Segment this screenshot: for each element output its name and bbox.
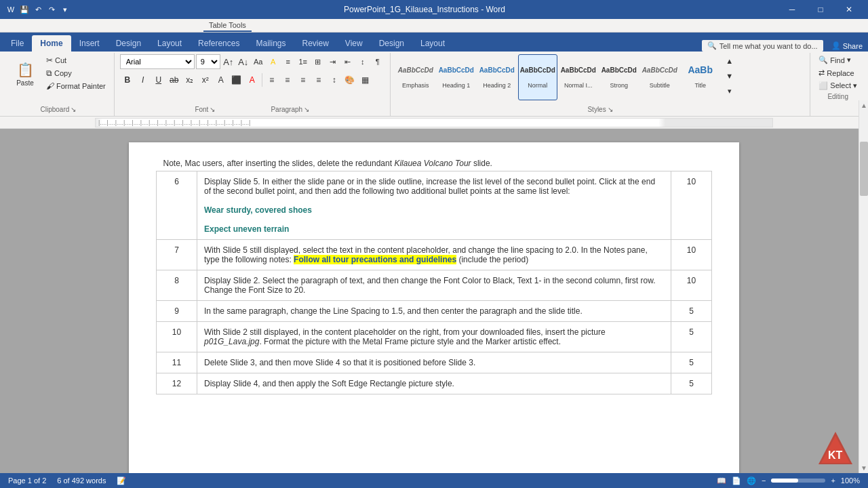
style-title[interactable]: AaBb Title bbox=[681, 54, 720, 100]
tab-design2[interactable]: Design bbox=[371, 35, 412, 52]
customize-icon[interactable]: ▾ bbox=[60, 4, 71, 15]
tab-view[interactable]: View bbox=[337, 35, 371, 52]
view-web-button[interactable]: 🌐 bbox=[747, 476, 756, 485]
para-expand-icon[interactable]: ↘ bbox=[304, 106, 309, 113]
zoom-slider[interactable] bbox=[771, 479, 825, 483]
copy-icon: ⧉ bbox=[46, 68, 52, 78]
style-heading1[interactable]: AaBbCcDd Heading 1 bbox=[437, 54, 476, 100]
underline-button[interactable]: U bbox=[151, 73, 166, 87]
strikethrough-button[interactable]: ab bbox=[167, 73, 182, 87]
table-row: 7 With Slide 5 still displayed, select t… bbox=[157, 240, 712, 270]
tab-references[interactable]: References bbox=[190, 35, 248, 52]
spelling-icon[interactable]: 📝 bbox=[117, 476, 126, 485]
tab-layout2[interactable]: Layout bbox=[412, 35, 453, 52]
undo-icon[interactable]: ↶ bbox=[33, 4, 43, 15]
multilevel-list-button[interactable]: ⊞ bbox=[311, 55, 325, 68]
style-subtitle-preview: AaBbCcDd bbox=[642, 58, 677, 82]
zoom-out-button[interactable]: − bbox=[762, 476, 766, 485]
zoom-in-button[interactable]: + bbox=[831, 476, 835, 485]
scrollbar-thumb[interactable] bbox=[860, 142, 868, 196]
superscript-button[interactable]: x² bbox=[198, 73, 213, 87]
shading-button[interactable]: 🎨 bbox=[342, 73, 357, 87]
tab-file[interactable]: File bbox=[3, 35, 32, 52]
tab-design[interactable]: Design bbox=[108, 35, 149, 52]
styles-scroll-up[interactable]: ▲ bbox=[723, 54, 736, 68]
show-para-button[interactable]: ¶ bbox=[371, 55, 384, 68]
view-print-button[interactable]: 📄 bbox=[732, 476, 741, 485]
styles-scroll-down[interactable]: ▼ bbox=[723, 69, 736, 83]
indent-increase-button[interactable]: ⇥ bbox=[326, 55, 340, 68]
format-painter-button[interactable]: 🖌 Format Painter bbox=[43, 80, 108, 92]
font-color-button[interactable]: A bbox=[245, 73, 260, 87]
font-shrink-button[interactable]: A↓ bbox=[237, 55, 250, 68]
tab-layout[interactable]: Layout bbox=[149, 35, 190, 52]
cut-icon: ✂ bbox=[46, 56, 53, 65]
style-normal-indent[interactable]: AaBbCcDd Normal I... bbox=[559, 54, 598, 100]
row-points-8: 10 bbox=[671, 270, 712, 301]
font-size-select[interactable]: 9 bbox=[196, 54, 220, 69]
text-highlight-button[interactable]: A bbox=[267, 55, 280, 68]
bullet-list-button[interactable]: ≡ bbox=[281, 55, 295, 68]
ribbon-tabs: File Home Insert Design Layout Reference… bbox=[0, 33, 868, 52]
styles-expand[interactable]: ▾ bbox=[723, 84, 736, 98]
save-icon[interactable]: 💾 bbox=[19, 4, 30, 15]
scroll-up-button[interactable]: ▲ bbox=[859, 100, 868, 110]
bold-button[interactable]: B bbox=[120, 73, 135, 87]
numbered-list-button[interactable]: 1≡ bbox=[296, 55, 310, 68]
style-subtitle[interactable]: AaBbCcDd Subtitle bbox=[640, 54, 679, 100]
justify-button[interactable]: ≡ bbox=[311, 73, 326, 87]
replace-button[interactable]: ⇄ Replace bbox=[816, 67, 860, 79]
tab-mailings[interactable]: Mailings bbox=[248, 35, 294, 52]
share-button[interactable]: 👤 Share bbox=[831, 41, 863, 50]
editing-group: 🔍 Find ▾ ⇄ Replace ⬜ Select ▾ Editing bbox=[810, 53, 865, 116]
text-effects-button[interactable]: A bbox=[214, 73, 229, 87]
align-left-button[interactable]: ≡ bbox=[264, 73, 279, 87]
font-name-select[interactable]: Arial bbox=[120, 54, 195, 69]
minimize-button[interactable]: ─ bbox=[778, 0, 806, 19]
paste-button[interactable]: 📋 Paste bbox=[8, 54, 42, 95]
row-number-8: 8 bbox=[157, 270, 197, 301]
align-center-button[interactable]: ≡ bbox=[280, 73, 295, 87]
line-spacing-button[interactable]: ↕ bbox=[327, 73, 342, 87]
tab-home[interactable]: Home bbox=[32, 35, 71, 52]
close-button[interactable]: ✕ bbox=[835, 0, 863, 19]
scrollbar-vertical[interactable]: ▲ ▼ bbox=[859, 100, 868, 473]
style-emphasis-preview: AaBbCcDd bbox=[398, 58, 433, 82]
italic-button[interactable]: I bbox=[136, 73, 151, 87]
svg-text:KT: KT bbox=[828, 449, 843, 461]
styles-expand-icon[interactable]: ↘ bbox=[608, 106, 613, 113]
change-case-button[interactable]: Aa bbox=[252, 55, 265, 68]
text-highlight-color-button[interactable]: ⬛ bbox=[229, 73, 244, 87]
border-button[interactable]: ▦ bbox=[358, 73, 373, 87]
tab-review[interactable]: Review bbox=[294, 35, 336, 52]
find-dropdown-icon: ▾ bbox=[847, 56, 851, 64]
style-emphasis[interactable]: AaBbCcDd Emphasis bbox=[396, 54, 435, 100]
style-title-preview: AaBb bbox=[683, 58, 718, 82]
tab-insert[interactable]: Insert bbox=[71, 35, 108, 52]
style-normal-preview: AaBbCcDd bbox=[520, 58, 555, 82]
font-expand-icon[interactable]: ↘ bbox=[210, 106, 215, 113]
tell-me-input[interactable]: 🔍 Tell me what you want to do... bbox=[702, 40, 823, 52]
sort-button[interactable]: ↕ bbox=[356, 55, 370, 68]
table-row: 9 In the same paragraph, change the Line… bbox=[157, 301, 712, 322]
font-grow-button[interactable]: A↑ bbox=[222, 55, 235, 68]
view-read-button[interactable]: 📖 bbox=[717, 476, 726, 485]
style-heading2[interactable]: AaBbCcDd Heading 2 bbox=[477, 54, 517, 100]
share-icon: 👤 bbox=[831, 41, 841, 50]
cut-button[interactable]: ✂ Cut bbox=[43, 54, 108, 66]
word-logo-icon: W bbox=[5, 4, 16, 15]
style-strong[interactable]: AaBbCcDd Strong bbox=[599, 54, 639, 100]
style-normal[interactable]: AaBbCcDd Normal bbox=[518, 54, 557, 100]
style-strong-preview: AaBbCcDd bbox=[601, 58, 637, 82]
redo-icon[interactable]: ↷ bbox=[46, 4, 57, 15]
indent-decrease-button[interactable]: ⇤ bbox=[341, 55, 355, 68]
clipboard-expand-icon[interactable]: ↘ bbox=[71, 106, 76, 113]
align-right-button[interactable]: ≡ bbox=[296, 73, 311, 87]
copy-button[interactable]: ⧉ Copy bbox=[43, 67, 108, 79]
row-number-9: 9 bbox=[157, 301, 197, 322]
maximize-button[interactable]: □ bbox=[807, 0, 834, 19]
find-button[interactable]: 🔍 Find ▾ bbox=[816, 54, 860, 66]
subscript-button[interactable]: x₂ bbox=[182, 73, 197, 87]
select-button[interactable]: ⬜ Select ▾ bbox=[816, 80, 860, 92]
scroll-down-button[interactable]: ▼ bbox=[859, 463, 868, 473]
